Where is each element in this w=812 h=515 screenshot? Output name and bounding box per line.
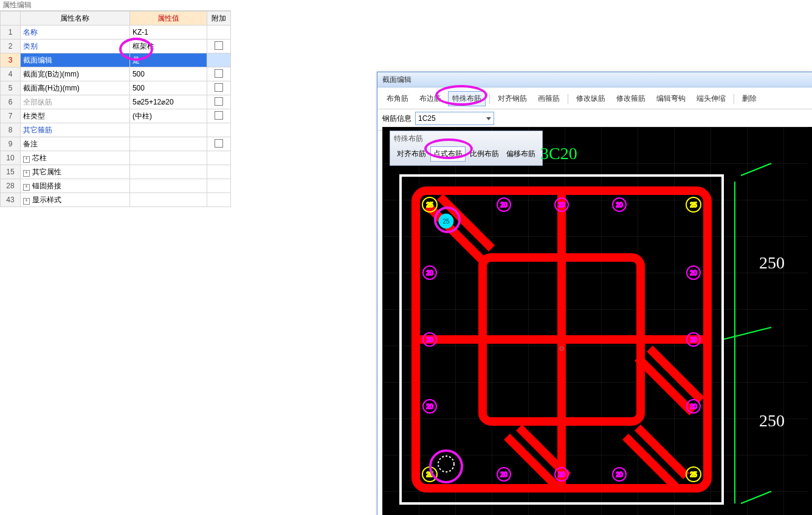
property-row[interactable]: 28+锚固搭接: [1, 179, 231, 193]
row-index: 8: [1, 123, 21, 137]
property-row[interactable]: 7柱类型(中柱): [1, 109, 231, 123]
row-name: +显示样式: [21, 193, 130, 207]
expand-icon[interactable]: +: [23, 198, 30, 205]
row-value[interactable]: 5⌀25+12⌀20: [129, 95, 207, 109]
tool-1[interactable]: 布边筋: [415, 91, 446, 106]
row-name: 全部纵筋: [21, 95, 130, 109]
row-extra[interactable]: [207, 67, 230, 81]
property-row[interactable]: 8其它箍筋: [1, 123, 231, 137]
rebar-info-dropdown[interactable]: 1C25: [415, 112, 494, 125]
separator: [489, 94, 490, 104]
row-value[interactable]: [129, 193, 207, 207]
row-extra[interactable]: [207, 179, 230, 193]
col-name: 属性名称: [21, 12, 130, 26]
row-extra[interactable]: [207, 81, 230, 95]
svg-rect-0: [382, 127, 808, 515]
property-row[interactable]: 5截面高(H边)(mm)500: [1, 81, 231, 95]
property-row[interactable]: 6全部纵筋5⌀25+12⌀20: [1, 95, 231, 109]
checkbox-icon[interactable]: [215, 111, 223, 120]
property-row[interactable]: 43+显示样式: [1, 193, 231, 207]
row-index: 9: [1, 137, 21, 151]
row-extra[interactable]: [207, 95, 230, 109]
row-extra[interactable]: [207, 137, 230, 151]
tool-6[interactable]: 修改箍筋: [612, 91, 650, 106]
tool-4[interactable]: 画箍筋: [534, 91, 564, 106]
row-value[interactable]: [129, 165, 207, 179]
expand-icon[interactable]: +: [23, 184, 30, 191]
property-row[interactable]: 9备注: [1, 137, 231, 151]
tool-2[interactable]: 特殊布筋: [448, 91, 486, 106]
tool-9[interactable]: 删除: [738, 91, 761, 106]
svg-text:20: 20: [690, 336, 697, 343]
svg-text:25: 25: [426, 202, 433, 208]
property-row[interactable]: 4截面宽(B边)(mm)500: [1, 67, 231, 81]
property-row[interactable]: 15+其它属性: [1, 165, 231, 179]
svg-text:20: 20: [616, 471, 623, 478]
tool-0[interactable]: 布角筋: [382, 91, 413, 106]
row-extra[interactable]: [207, 123, 230, 137]
dim-lower: 250: [759, 412, 785, 429]
row-index: 1: [1, 26, 21, 39]
row-extra[interactable]: [207, 26, 230, 39]
chevron-down-icon: [486, 117, 491, 120]
special-layout-toolbox: 特殊布筋 对齐布筋点式布筋比例布筋偏移布筋: [390, 131, 543, 166]
checkbox-icon[interactable]: [215, 139, 223, 148]
row-extra[interactable]: [207, 193, 230, 207]
row-name: +其它属性: [21, 165, 130, 179]
row-name: 截面编辑: [21, 53, 130, 67]
row-value[interactable]: [129, 123, 207, 137]
property-row[interactable]: 10+芯柱: [1, 151, 231, 165]
floatbox-btn-1[interactable]: 点式布筋: [430, 146, 466, 162]
row-value[interactable]: 500: [129, 67, 207, 81]
col-index: [1, 12, 21, 26]
floatbox-btn-2[interactable]: 比例布筋: [467, 146, 502, 162]
row-name: 截面高(H边)(mm): [21, 81, 130, 95]
row-extra[interactable]: [207, 39, 230, 53]
row-extra[interactable]: [207, 151, 230, 165]
expand-icon[interactable]: +: [23, 170, 30, 177]
property-row[interactable]: 1名称KZ-1: [1, 26, 231, 39]
row-index: 4: [1, 67, 21, 81]
row-value[interactable]: [129, 151, 207, 165]
section-canvas[interactable]: 特殊布筋 对齐布筋点式布筋比例布筋偏移布筋 3C20 250 250: [382, 127, 812, 515]
row-extra[interactable]: [207, 165, 230, 179]
row-index: 43: [1, 193, 21, 207]
row-index: 28: [1, 179, 21, 193]
row-value[interactable]: [129, 137, 207, 151]
row-value[interactable]: (中柱): [129, 109, 207, 123]
svg-text:20: 20: [426, 270, 433, 276]
checkbox-icon[interactable]: [215, 83, 223, 92]
svg-text:25: 25: [690, 471, 697, 478]
property-grid: 属性名称 属性值 附加 1名称KZ-12类别框架柱3截面编辑是4截面宽(B边)(…: [0, 11, 231, 207]
row-value[interactable]: 框架柱: [129, 39, 207, 53]
expand-icon[interactable]: +: [23, 156, 30, 163]
row-name: +芯柱: [21, 151, 130, 165]
row-extra[interactable]: [207, 53, 230, 67]
row-value[interactable]: 500: [129, 81, 207, 95]
tool-3[interactable]: 对齐钢筋: [494, 91, 531, 106]
tool-7[interactable]: 编辑弯钩: [652, 91, 690, 106]
separator: [568, 94, 568, 104]
svg-text:20: 20: [690, 270, 697, 276]
row-value[interactable]: [129, 179, 207, 193]
checkbox-icon[interactable]: [215, 41, 223, 50]
tool-5[interactable]: 修改纵筋: [572, 91, 610, 106]
toolbox-title: 特殊布筋: [394, 134, 538, 144]
row-value[interactable]: KZ-1: [129, 26, 207, 39]
svg-text:20: 20: [616, 202, 623, 208]
floatbox-btn-3[interactable]: 偏移布筋: [503, 146, 538, 162]
property-row[interactable]: 3截面编辑是: [1, 53, 231, 67]
row-value[interactable]: 是: [129, 53, 207, 67]
svg-text:20: 20: [690, 403, 697, 410]
checkbox-icon[interactable]: [215, 97, 223, 106]
svg-text:20: 20: [558, 471, 565, 478]
tool-8[interactable]: 端头伸缩: [692, 91, 730, 106]
checkbox-icon[interactable]: [215, 69, 223, 78]
editor-title: 截面编辑: [377, 72, 812, 87]
row-extra[interactable]: [207, 109, 230, 123]
svg-text:20: 20: [558, 202, 565, 208]
editor-toolbar: 布角筋布边筋特殊布筋对齐钢筋画箍筋修改纵筋修改箍筋编辑弯钩端头伸缩删除: [377, 87, 812, 109]
property-row[interactable]: 2类别框架柱: [1, 39, 231, 53]
floatbox-btn-0[interactable]: 对齐布筋: [394, 146, 429, 162]
svg-text:20: 20: [500, 202, 507, 208]
